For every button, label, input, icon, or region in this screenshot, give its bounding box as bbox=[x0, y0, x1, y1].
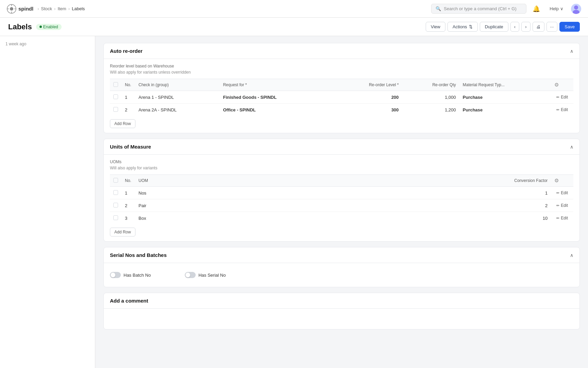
logo: spindl bbox=[7, 4, 33, 14]
uom-row-conversion: 1 bbox=[255, 187, 551, 199]
topbar: spindl › Stock › Item › Labels 🔍 Search … bbox=[0, 0, 588, 18]
uom-header-checkbox[interactable] bbox=[113, 178, 118, 183]
units-of-measure-section: Units of Measure UOMs Will also apply fo… bbox=[103, 139, 580, 242]
topbar-right: 🔍 Search or type a command (Ctrl + G) 🔔 … bbox=[431, 3, 581, 15]
header-checkbox[interactable] bbox=[113, 82, 118, 87]
auto-reorder-table: No. Check in (group) Request for * Re-or… bbox=[110, 79, 573, 116]
uom-settings-icon[interactable]: ⚙ bbox=[554, 178, 559, 183]
breadcrumb: › Stock › Item › Labels bbox=[37, 6, 85, 11]
avatar[interactable] bbox=[571, 4, 581, 14]
auto-reorder-settings-icon[interactable]: ⚙ bbox=[554, 82, 559, 88]
row-edit-button[interactable]: Edit bbox=[554, 94, 570, 101]
auto-reorder-title: Auto re-order bbox=[110, 48, 143, 54]
help-button[interactable]: Help ∨ bbox=[546, 4, 567, 13]
pencil-icon bbox=[556, 107, 559, 112]
uom-row-no: 3 bbox=[121, 212, 135, 225]
has-serial-no-toggle[interactable] bbox=[185, 272, 196, 278]
auto-reorder-row: 1 Arena 1 - SPINDL Finished Goods - SPIN… bbox=[110, 91, 573, 104]
breadcrumb-labels[interactable]: Labels bbox=[72, 6, 85, 11]
auto-reorder-header[interactable]: Auto re-order bbox=[104, 43, 579, 59]
has-batch-no-toggle-knob bbox=[111, 273, 115, 277]
prev-button[interactable]: ‹ bbox=[510, 22, 519, 32]
breadcrumb-stock[interactable]: Stock bbox=[41, 6, 52, 11]
avatar-icon bbox=[571, 4, 581, 14]
sidebar-timestamp: 1 week ago bbox=[0, 40, 95, 48]
row-reorderqty: 1,000 bbox=[402, 91, 459, 104]
col-checkbox-header bbox=[110, 79, 121, 91]
row-edit-button[interactable]: Edit bbox=[554, 106, 570, 113]
uom-row-edit-button[interactable]: Edit bbox=[554, 202, 570, 209]
row-requestfor: Office - SPINDL bbox=[219, 104, 333, 116]
uom-row-uom: Box bbox=[135, 212, 255, 225]
pencil-icon bbox=[556, 190, 559, 195]
col-checkin-header: Check in (group) bbox=[135, 79, 219, 91]
uom-col-uom-header: UOM bbox=[135, 175, 255, 187]
uom-add-row-button[interactable]: Add Row bbox=[110, 228, 135, 236]
serial-nos-batches-body: Has Batch No Has Serial No bbox=[104, 263, 579, 287]
svg-point-1 bbox=[10, 7, 13, 11]
print-button[interactable]: 🖨 bbox=[533, 22, 544, 32]
auto-reorder-row: 2 Arena 2A - SPINDL Office - SPINDL 300 … bbox=[110, 104, 573, 116]
logo-icon bbox=[7, 4, 16, 14]
actions-chevron-icon: ⇅ bbox=[469, 24, 473, 29]
pencil-icon bbox=[556, 216, 559, 220]
row-checkin: Arena 1 - SPINDL bbox=[135, 91, 219, 104]
serial-nos-batches-title: Serial Nos and Batches bbox=[110, 252, 167, 258]
col-materialtype-header: Material Request Typ... bbox=[459, 79, 551, 91]
row-checkin: Arena 2A - SPINDL bbox=[135, 104, 219, 116]
add-comment-body[interactable] bbox=[104, 309, 579, 329]
uom-row-no: 1 bbox=[121, 187, 135, 199]
uom-row-edit-cell: Edit bbox=[551, 187, 573, 199]
notification-button[interactable]: 🔔 bbox=[530, 3, 542, 15]
view-button[interactable]: View bbox=[426, 22, 445, 32]
add-comment-title: Add a comment bbox=[110, 298, 148, 304]
pencil-icon bbox=[556, 95, 559, 99]
uom-row-uom: Nos bbox=[135, 187, 255, 199]
units-of-measure-header[interactable]: Units of Measure bbox=[104, 139, 579, 155]
toggles-row: Has Batch No Has Serial No bbox=[110, 268, 573, 282]
uom-row-edit-button[interactable]: Edit bbox=[554, 189, 570, 196]
uom-row-checkbox[interactable] bbox=[113, 190, 118, 195]
uom-row-conversion: 10 bbox=[255, 212, 551, 225]
row-requestfor: Finished Goods - SPINDL bbox=[219, 91, 333, 104]
row-materialtype: Purchase bbox=[459, 91, 551, 104]
row-reorderlevel: 200 bbox=[333, 91, 402, 104]
units-of-measure-chevron-icon bbox=[570, 144, 573, 150]
units-of-measure-title: Units of Measure bbox=[110, 144, 151, 150]
row-checkbox-cell bbox=[110, 91, 121, 104]
pencil-icon bbox=[556, 203, 559, 208]
row-checkbox-cell bbox=[110, 104, 121, 116]
logo-text: spindl bbox=[18, 6, 33, 12]
row-checkbox[interactable] bbox=[113, 94, 118, 99]
uom-row: 1 Nos 1 Edit bbox=[110, 187, 573, 199]
row-edit-cell: Edit bbox=[551, 91, 573, 104]
units-of-measure-subdesc: Will also apply for variants bbox=[110, 166, 573, 170]
breadcrumb-item[interactable]: Item bbox=[58, 6, 66, 11]
save-button[interactable]: Save bbox=[559, 22, 580, 32]
row-checkbox[interactable] bbox=[113, 107, 118, 112]
status-badge: Enabled bbox=[36, 24, 62, 30]
duplicate-button[interactable]: Duplicate bbox=[480, 22, 508, 32]
search-placeholder: Search or type a command (Ctrl + G) bbox=[444, 6, 517, 11]
serial-no-toggle-row: Has Serial No bbox=[185, 272, 226, 278]
has-serial-no-toggle-knob bbox=[185, 273, 190, 277]
serial-nos-batches-header[interactable]: Serial Nos and Batches bbox=[104, 247, 579, 263]
auto-reorder-add-row-button[interactable]: Add Row bbox=[110, 119, 135, 128]
search-icon: 🔍 bbox=[436, 6, 441, 11]
has-serial-no-label: Has Serial No bbox=[198, 273, 226, 278]
has-batch-no-toggle[interactable] bbox=[110, 272, 121, 278]
actions-button[interactable]: Actions ⇅ bbox=[447, 22, 478, 32]
uom-row-no: 2 bbox=[121, 199, 135, 212]
uom-row-checkbox[interactable] bbox=[113, 203, 118, 208]
col-reorderlevel-header: Re-order Level * bbox=[333, 79, 402, 91]
next-button[interactable]: › bbox=[521, 22, 530, 32]
col-no-header: No. bbox=[121, 79, 135, 91]
uom-row-edit-button[interactable]: Edit bbox=[554, 215, 570, 221]
more-button[interactable]: ··· bbox=[546, 22, 558, 32]
uom-col-conversion-header: Conversion Factor bbox=[255, 175, 551, 187]
add-comment-section: Add a comment bbox=[103, 293, 580, 329]
uom-row-uom: Pair bbox=[135, 199, 255, 212]
uom-row-checkbox[interactable] bbox=[113, 215, 118, 220]
search-box[interactable]: 🔍 Search or type a command (Ctrl + G) bbox=[431, 4, 526, 14]
auto-reorder-subdesc: Will also apply for variants unless over… bbox=[110, 70, 573, 75]
